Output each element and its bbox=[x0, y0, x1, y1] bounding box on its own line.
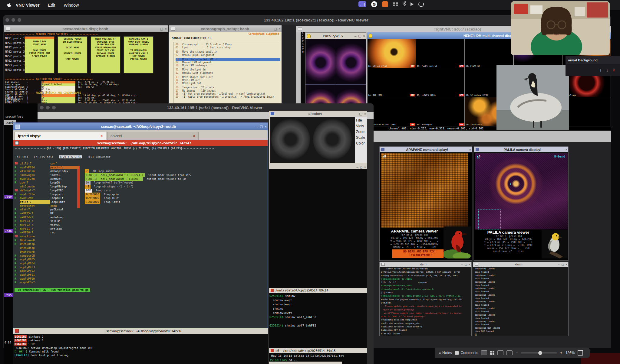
coronagraph-menu-item[interactable]: 08Move the selected FPM in bbox=[176, 58, 280, 61]
play-icon[interactable] bbox=[411, 2, 414, 6]
maximize-traffic-light[interactable] bbox=[18, 18, 21, 22]
fps-parameter-row[interactable]: R mvalWFS2d procinfo bbox=[15, 166, 267, 170]
apapane-image[interactable] bbox=[381, 153, 468, 228]
menubar-window[interactable]: Window bbox=[64, 3, 79, 8]
xterm2-titlebar[interactable]: xterm – ▢ × bbox=[473, 262, 568, 267]
terminal-titlebar-2[interactable]: o6: /mnt/sdata04/cp20250514 89x15 bbox=[269, 348, 367, 353]
fps-parameter-row[interactable]: ER zfilt-7 conf bbox=[15, 162, 267, 166]
coronagraph-menu-item[interactable]: 19(1) Apply crop parameters (./cropshim)… bbox=[176, 96, 280, 99]
fps-parameter-row[interactable]: R applyPF03 bbox=[15, 265, 267, 269]
dm-channel-tile[interactable] bbox=[562, 97, 611, 126]
arrow-down-icon[interactable]: ↓ bbox=[606, 68, 608, 73]
window-menu-icon[interactable] bbox=[171, 27, 175, 31]
shmimv-titlebar[interactable]: shmimv – ▢ × bbox=[269, 111, 367, 117]
format-background-panel[interactable]: ormat Background bbox=[566, 56, 620, 64]
zoom-out-button[interactable]: − bbox=[516, 351, 518, 355]
fps-parameter-row[interactable]: R mkPF03-7 selFRM bbox=[15, 219, 267, 223]
fps-parameter-row[interactable]: R applyPF05 bbox=[15, 258, 267, 262]
window-tag[interactable]: 7505 bbox=[4, 293, 13, 297]
fps-parameter-row[interactable]: R zpo-7 LoopON ON loop on/off (off=freez… bbox=[15, 181, 267, 185]
close-icon[interactable]: × bbox=[364, 112, 366, 115]
power-switch-group[interactable]: SCExAO2 POWER DM ELECTRONICS GLINT MEMS … bbox=[58, 36, 87, 73]
arrow-up-icon[interactable]: ↑ bbox=[599, 68, 602, 73]
fps-parameter-row[interactable]: R mkPF02-7 testOL bbox=[15, 223, 267, 227]
xterm1-titlebar[interactable]: xterm – ▢ × bbox=[380, 262, 471, 267]
coronagraph-menu-item[interactable]: 07Manual pupil alignment bbox=[176, 54, 280, 57]
tab-close-icon[interactable]: × bbox=[101, 134, 103, 138]
minimize-icon[interactable]: – bbox=[461, 263, 463, 266]
fps-parameter-row[interactable]: R DMch2disp bbox=[15, 242, 267, 246]
coronagraph-menu-item[interactable]: 11Move the Lyot in bbox=[176, 68, 280, 71]
fps-parameter-row[interactable]: zfilt-7 looplimit 1.000000 loop limit bbox=[15, 200, 267, 204]
coronagraph-menu-item[interactable]: 14Move FPM out bbox=[176, 79, 280, 82]
shmimv-menu-item[interactable]: Zoom bbox=[355, 128, 367, 134]
close-traffic-light[interactable] bbox=[40, 106, 44, 109]
tab-fpsctrl-vispyr[interactable]: fpsctrl vispyr × bbox=[15, 132, 106, 140]
dm-channel-tile[interactable]: 05: LLOWFS (ZPO)OFF bbox=[416, 68, 465, 97]
g-app-icon[interactable]: G bbox=[371, 1, 377, 7]
terminal-titlebar-1[interactable]: /mnt/sdata04/cp20250514 89x14 bbox=[269, 288, 367, 293]
close-icon[interactable]: × bbox=[566, 263, 567, 266]
shmimv-menu-item[interactable]: File bbox=[355, 117, 367, 122]
coronagraph-menu-item[interactable]: 17Nb images : 100 images bbox=[176, 89, 280, 93]
maximize-icon[interactable]: ▢ bbox=[260, 125, 263, 128]
fps-parameter-row[interactable]: ER messlinre bbox=[15, 235, 267, 239]
bluetooth-icon[interactable] bbox=[403, 1, 406, 7]
fps-parameter-row[interactable]: R compstrCM bbox=[15, 254, 267, 258]
minimize-traffic-light[interactable] bbox=[12, 18, 15, 22]
minimize-traffic-light[interactable] bbox=[46, 106, 50, 109]
slide-sorter-button[interactable] bbox=[490, 351, 494, 355]
fps-parameter-row[interactable]: R applyPF02 bbox=[15, 269, 267, 273]
fps-parameter-row[interactable]: mctrlstat comp bbox=[15, 204, 267, 208]
coronagraph-menu-item[interactable]: 13Move shaped pupil out bbox=[176, 76, 280, 79]
mission-control-icon[interactable] bbox=[393, 2, 398, 6]
apapane-titlebar[interactable]: APAPANE camera display! × bbox=[380, 147, 472, 152]
coronagraph-menu-item[interactable]: 16Image size : 20 pixels bbox=[176, 86, 280, 89]
fps-parameter-row[interactable]: R mkPF00-7 rec bbox=[15, 231, 267, 235]
window-menu-icon[interactable] bbox=[298, 27, 302, 31]
fpsctrl-titlebar[interactable]: scexao@scexao6: ~/AOloop/vispyr2-rootdir… bbox=[13, 123, 268, 130]
xterm-red-titlebar[interactable]: scexao@scexao6: ~/AOloop/vispyr2-rootdir… bbox=[13, 140, 268, 146]
fps-help-item[interactable]: [F2] FPS CTRL bbox=[59, 155, 82, 158]
fps-parameter-row[interactable]: R mvalOL2dm outmval [LOC 1] aol7_modeval… bbox=[15, 177, 267, 181]
power-switch-group[interactable]: SOURCE BOX FIRST MEMS OCAM POWER FIRST P… bbox=[25, 36, 54, 73]
maximize-traffic-light[interactable] bbox=[52, 106, 56, 109]
coronagraph-menu-item[interactable]: 06Move the shaped pupil in bbox=[176, 50, 280, 54]
middle-terminal[interactable]: /mnt/sdata04/cp20250514 89x14 0250514$ s… bbox=[269, 169, 367, 364]
fps-parameter-row[interactable]: R acquWFS-7 bbox=[15, 281, 267, 284]
close-icon[interactable]: × bbox=[165, 27, 167, 31]
presenter-webcam[interactable] bbox=[511, 1, 610, 55]
shmimv-menu-item[interactable]: Scale bbox=[355, 134, 367, 140]
zoom-percent[interactable]: 126% bbox=[565, 351, 575, 355]
window-tag[interactable]: /509 bbox=[4, 195, 13, 199]
power-switch-group[interactable]: HIGH-VOLTAGE TT VAMPIRES SYNC IRSPECTRO … bbox=[91, 36, 120, 73]
fps-parameter-row[interactable]: R wfscamsim AOloopindex 7 AO loop index bbox=[15, 169, 267, 173]
minimize-icon[interactable]: – bbox=[558, 263, 559, 266]
zoom-in-button[interactable]: + bbox=[560, 351, 562, 355]
tab-aolconf[interactable]: aolconf × bbox=[107, 132, 199, 140]
coronagraph-menu-item[interactable]: 10Move FPM sideways bbox=[176, 64, 280, 67]
fps-parameter-row[interactable]: R applyPF04 bbox=[15, 262, 267, 265]
power-switch-group[interactable]: VAMPIRES CAM 1 VAMP DIFF WHEEL APAPANE C… bbox=[124, 36, 153, 73]
fit-to-window-button[interactable] bbox=[578, 350, 583, 356]
notes-button[interactable]: ≡ Notes bbox=[439, 351, 452, 355]
reading-view-button[interactable] bbox=[497, 350, 503, 355]
selection-box[interactable] bbox=[478, 210, 501, 229]
fps-parameter-row[interactable]: R mkPF01-7 offload bbox=[15, 227, 267, 231]
dm-channel-tile[interactable]: 01: PyWFS controlOFF bbox=[416, 39, 465, 68]
minimize-icon[interactable]: – bbox=[355, 34, 356, 38]
fps-parameter-row[interactable]: R mkPF04-7 autoloop bbox=[15, 216, 267, 219]
shmimv-menu-item[interactable]: View bbox=[355, 122, 367, 128]
close-icon[interactable]: × bbox=[469, 148, 471, 151]
menubar-edit[interactable]: Edit bbox=[48, 3, 55, 8]
window-menu-icon[interactable] bbox=[6, 27, 10, 31]
coronagraph-titlebar[interactable]: coronagraph_setup; bash ▢ × bbox=[169, 25, 282, 32]
slideshow-button[interactable] bbox=[506, 350, 513, 355]
fps-parameter-row[interactable]: R DMstreamD bbox=[15, 239, 267, 242]
screen-share-icon[interactable] bbox=[358, 1, 366, 7]
close-panel-icon[interactable]: ✕ bbox=[613, 68, 615, 73]
dm-channel-tile[interactable]: 09: AstrogridOFF bbox=[416, 97, 465, 126]
pueo-titlebar[interactable]: Pueo PyWFS – ▢ × bbox=[305, 33, 366, 39]
close-icon[interactable]: × bbox=[566, 148, 567, 151]
maximize-icon[interactable]: ▢ bbox=[561, 263, 564, 266]
